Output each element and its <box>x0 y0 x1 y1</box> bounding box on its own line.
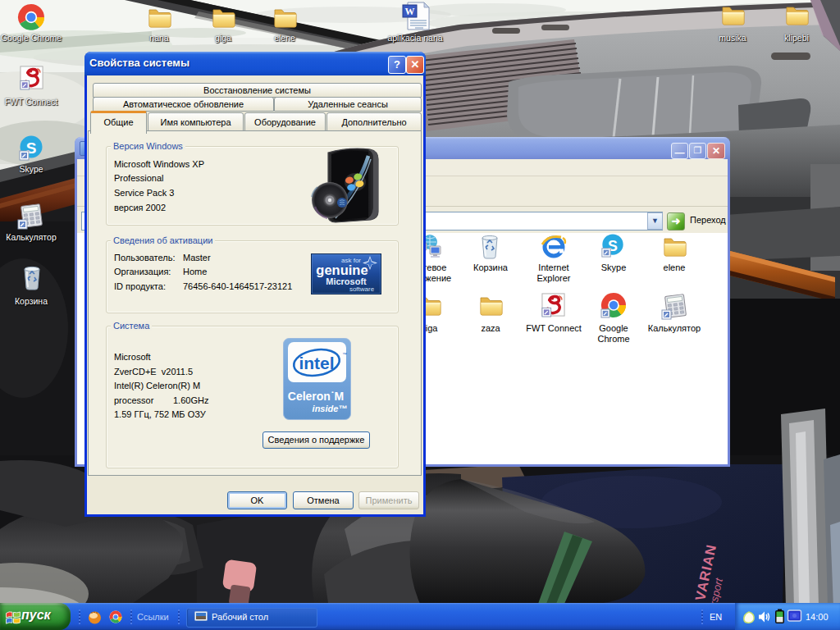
svg-text:inside™: inside™ <box>313 404 348 413</box>
svg-text:software: software <box>349 285 375 293</box>
svg-text:genuine: genuine <box>316 262 368 277</box>
svg-text:™: ™ <box>342 352 347 357</box>
svg-text:intel: intel <box>299 354 334 372</box>
svg-text:W: W <box>405 6 415 17</box>
svg-text:Celeron˙M: Celeron˙M <box>288 390 344 403</box>
